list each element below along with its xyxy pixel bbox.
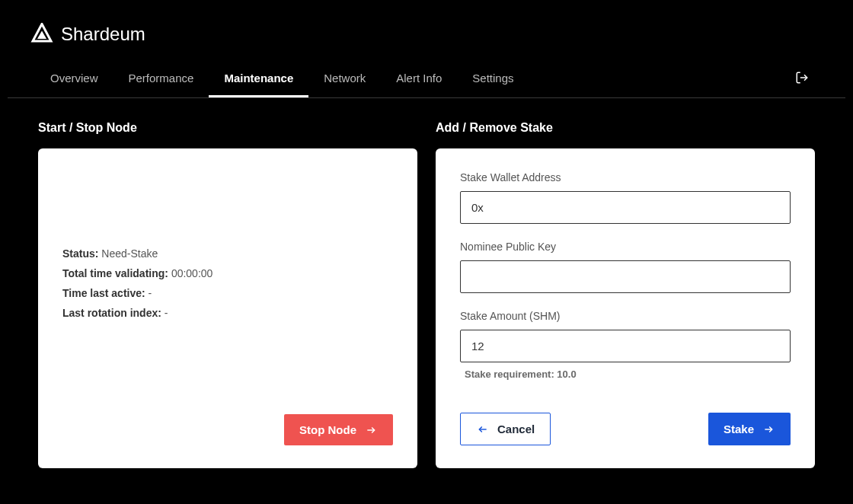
nav-bar: Overview Performance Maintenance Network… [8,61,845,98]
stake-label: Stake [724,423,754,435]
last-rotation-value: - [165,307,168,319]
node-card: Status: Need-Stake Total time validating… [38,148,417,468]
brand-logo: Shardeum [30,23,823,46]
stop-node-button[interactable]: Stop Node [284,414,393,445]
stake-requirement-text: Stake requirement: 10.0 [465,368,791,380]
stake-actions: Cancel Stake [460,413,791,445]
stake-button[interactable]: Stake [708,413,791,445]
time-last-active-line: Time last active: - [62,287,393,299]
wallet-input[interactable] [460,191,791,224]
arrow-right-icon [364,425,378,435]
time-last-active-value: - [149,287,152,299]
right-column: Add / Remove Stake Stake Wallet Address … [436,121,815,468]
shardeum-logo-icon [30,23,53,46]
tab-list: Overview Performance Maintenance Network… [35,61,529,97]
last-rotation-label: Last rotation index: [62,307,161,319]
amount-label: Stake Amount (SHM) [460,310,791,322]
arrow-left-icon [476,424,490,435]
wallet-group: Stake Wallet Address [460,171,791,224]
status-line: Status: Need-Stake [62,247,393,260]
node-info: Status: Need-Stake Total time validating… [62,247,393,327]
nominee-input[interactable] [460,260,791,293]
amount-input[interactable] [460,330,791,362]
brand-name: Shardeum [61,24,145,45]
tab-overview[interactable]: Overview [35,61,113,97]
tab-network[interactable]: Network [308,61,381,97]
cancel-label: Cancel [497,423,535,435]
stop-node-label: Stop Node [299,423,356,436]
logout-button[interactable] [789,65,815,94]
stake-card: Stake Wallet Address Nominee Public Key … [436,148,815,468]
tab-alert-info[interactable]: Alert Info [381,61,457,97]
cancel-button[interactable]: Cancel [460,413,551,445]
total-time-value: 00:00:00 [171,267,213,279]
header: Shardeum [0,0,853,61]
status-value: Need-Stake [101,247,158,260]
wallet-label: Stake Wallet Address [460,171,791,183]
arrow-right-icon [762,424,775,435]
logout-icon [795,71,809,85]
last-rotation-line: Last rotation index: - [62,307,393,319]
total-time-label: Total time validating: [62,267,168,279]
nominee-label: Nominee Public Key [460,241,791,253]
tab-performance[interactable]: Performance [113,61,209,97]
time-last-active-label: Time last active: [62,287,145,299]
amount-group: Stake Amount (SHM) Stake requirement: 10… [460,310,791,380]
nominee-group: Nominee Public Key [460,241,791,293]
total-time-line: Total time validating: 00:00:00 [62,267,393,279]
tab-settings[interactable]: Settings [457,61,529,97]
node-actions: Stop Node [62,414,393,445]
status-label: Status: [62,247,98,260]
main-content: Start / Stop Node Status: Need-Stake Tot… [0,98,853,491]
left-column: Start / Stop Node Status: Need-Stake Tot… [38,121,417,468]
start-stop-title: Start / Stop Node [38,121,417,135]
tab-maintenance[interactable]: Maintenance [209,61,308,97]
stake-title: Add / Remove Stake [436,121,815,135]
